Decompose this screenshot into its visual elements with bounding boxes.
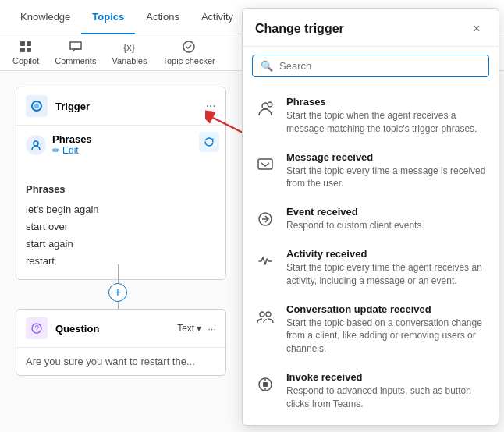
svg-rect-14 [258, 159, 272, 169]
option-message-received[interactable]: Message received Start the topic every t… [243, 143, 499, 199]
topic-checker-icon [181, 39, 197, 55]
search-icon: 🔍 [261, 60, 273, 72]
trigger-menu-button[interactable]: ··· [206, 99, 216, 113]
svg-point-16 [260, 312, 264, 317]
message-received-icon [254, 153, 277, 176]
option-invoke-received[interactable]: Invoke received Respond to advanced inpu… [243, 363, 499, 419]
svg-rect-2 [20, 48, 25, 52]
variables-icon: {x} [122, 39, 137, 55]
trigger-block-icon [26, 95, 48, 117]
option-conversation-update-text: Conversation update received Start the t… [286, 303, 488, 356]
phrases-icon [26, 135, 46, 155]
trigger-header: Trigger ··· [16, 87, 225, 126]
search-input[interactable] [279, 60, 481, 72]
pencil-icon: ✏ [52, 145, 60, 156]
svg-point-17 [266, 312, 271, 317]
chevron-down-icon: ▾ [197, 323, 201, 334]
nav-activity[interactable]: Activity [190, 0, 244, 34]
option-activity-received-text: Activity received Start the topic every … [286, 248, 488, 288]
search-box[interactable]: 🔍 [252, 55, 489, 77]
svg-rect-3 [27, 48, 31, 52]
question-body: Are you sure you want to restart the... [16, 348, 225, 375]
phrase-item-4: restart [26, 253, 216, 270]
toolbar-copilot[interactable]: Copilot [12, 39, 39, 66]
question-header: ? Question Text ▾ ··· [16, 310, 225, 348]
phrases-row: Phrases ✏ Edit [26, 133, 216, 156]
activity-received-icon [254, 250, 277, 273]
svg-rect-19 [263, 382, 268, 387]
toolbar-variables[interactable]: {x} Variables [112, 39, 147, 66]
close-button[interactable]: × [467, 19, 486, 38]
event-received-icon [254, 207, 277, 231]
conversation-update-icon [254, 305, 277, 328]
phrases-list-title: Phrases [26, 181, 216, 198]
phrases-label: Phrases [52, 133, 92, 145]
change-trigger-dialog: Change trigger × 🔍 "" Phrases [242, 8, 499, 426]
phrase-item-2: start over [26, 218, 216, 235]
add-node-button[interactable]: + [108, 283, 127, 302]
option-phrases-text: Phrases Start the topic when the agent r… [286, 96, 488, 136]
phrases-info: Phrases ✏ Edit [52, 133, 92, 156]
dialog-title: Change trigger [255, 22, 467, 36]
option-activity-received[interactable]: Activity received Start the topic every … [243, 240, 499, 296]
refresh-button[interactable] [199, 132, 219, 152]
toolbar-topic-checker[interactable]: Topic checker [162, 39, 215, 66]
question-type-selector[interactable]: Text ▾ [177, 323, 201, 334]
option-invoke-received-text: Invoke received Respond to advanced inpu… [286, 371, 488, 411]
question-block-icon: ? [26, 317, 48, 339]
question-title: Question [55, 323, 177, 335]
question-menu-button[interactable]: ··· [208, 323, 216, 335]
app-container: Knowledge Topics Actions Activity Analy… [0, 0, 504, 432]
trigger-options-list: "" Phrases Start the topic when the agen… [243, 85, 499, 425]
comments-icon [68, 39, 83, 55]
svg-point-7 [34, 141, 38, 146]
invoke-received-icon [254, 373, 277, 396]
phrase-item-1: let's begin again [26, 201, 216, 218]
svg-point-6 [34, 104, 39, 108]
phrases-list: Phrases let's begin again start over sta… [16, 175, 225, 279]
toolbar-comments[interactable]: Comments [55, 39, 96, 66]
nav-knowledge[interactable]: Knowledge [9, 0, 81, 34]
dialog-header: Change trigger × [243, 9, 499, 47]
option-event-received[interactable]: Event received Respond to custom client … [243, 198, 499, 240]
phrase-item-3: start again [26, 235, 216, 253]
trigger-body: Phrases ✏ Edit [16, 126, 225, 168]
copilot-icon [18, 39, 34, 55]
edit-link[interactable]: ✏ Edit [52, 145, 92, 156]
option-event-received-text: Event received Respond to custom client … [286, 206, 424, 232]
svg-text:?: ? [35, 324, 40, 333]
svg-rect-1 [27, 41, 31, 46]
option-message-received-text: Message received Start the topic every t… [286, 151, 488, 191]
option-phrases[interactable]: "" Phrases Start the topic when the agen… [243, 88, 499, 143]
nav-actions[interactable]: Actions [135, 0, 190, 34]
trigger-block: Trigger ··· Phrases [16, 87, 226, 280]
question-text: Are you sure you want to restart the... [26, 356, 195, 367]
phrases-option-icon: "" [254, 97, 277, 121]
option-conversation-update[interactable]: Conversation update received Start the t… [243, 296, 499, 363]
question-block: ? Question Text ▾ ··· Are you sure you w… [16, 309, 226, 376]
svg-text:{x}: {x} [123, 41, 136, 53]
svg-rect-0 [20, 41, 25, 46]
trigger-title: Trigger [55, 101, 206, 112]
nav-topics[interactable]: Topics [81, 0, 135, 34]
svg-text:"": "" [268, 103, 272, 108]
